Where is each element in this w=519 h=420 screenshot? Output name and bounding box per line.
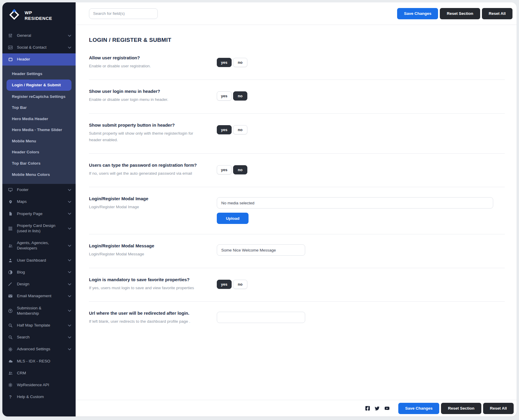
login-register-modal-image-input[interactable] xyxy=(217,197,493,209)
setting-control xyxy=(217,243,505,256)
sidebar-item-label: CRM xyxy=(17,370,71,376)
sidebar-item-half-map-template[interactable]: Half Map Template xyxy=(2,319,76,331)
sidebar-subitem-register-recaptcha-settings[interactable]: Register reCaptcha Settings xyxy=(2,91,76,102)
show-submit-property-button-in-header-yes-button[interactable]: yes xyxy=(217,125,232,134)
topbar-save-changes-button[interactable]: Save Changes xyxy=(397,8,438,19)
upload-button[interactable]: Upload xyxy=(217,213,249,224)
sidebar-subitem-header-colors[interactable]: Header Colors xyxy=(2,147,76,158)
show-user-login-menu-in-header-yes-button[interactable]: yes xyxy=(217,91,232,101)
sidebar-item-wpresidence-api[interactable]: WpResidence API xyxy=(2,379,76,391)
show-user-login-menu-in-header-toggle: yesno xyxy=(217,90,505,101)
half-map-icon xyxy=(8,323,13,328)
setting-description: Enable or disable user registration. xyxy=(89,63,208,69)
setting-row-login-register-modal-image: Login/Register Modal ImageLogin/Register… xyxy=(89,187,505,234)
sidebar-item-search[interactable]: Search xyxy=(2,331,76,343)
sidebar-item-general[interactable]: General xyxy=(2,30,76,42)
sidebar-item-mls-idx-reso[interactable]: MLS - IDX - RESO xyxy=(2,355,76,367)
sidebar-item-label: Social & Contact xyxy=(17,45,64,50)
users-can-type-the-password-on-registration-form-no-button[interactable]: no xyxy=(233,165,247,174)
topbar-buttons: Save ChangesReset SectionReset All xyxy=(397,8,512,19)
setting-row-show-user-login-menu-in-header: Show user login menu in header?Enable or… xyxy=(89,80,505,113)
setting-row-login-is-mandatory-to-save-favorite-properties: Login is mandatory to save favorite prop… xyxy=(89,268,505,302)
chevron-down-icon xyxy=(68,336,71,338)
sidebar-item-blog[interactable]: Blog xyxy=(2,266,76,278)
topbar-reset-section-button[interactable]: Reset Section xyxy=(440,8,480,19)
sidebar-item-label: Design xyxy=(17,281,64,287)
topbar-reset-all-button[interactable]: Reset All xyxy=(482,8,512,19)
sidebar-item-label: MLS - IDX - RESO xyxy=(17,359,71,364)
sidebar-item-advanced-settings[interactable]: Advanced Settings xyxy=(2,343,76,355)
footer-save-changes-button[interactable]: Save Changes xyxy=(398,403,439,414)
sidebar-item-label: Help & Custom xyxy=(17,394,71,400)
sidebar-item-social-contact[interactable]: Social & Contact xyxy=(2,42,76,53)
footer-reset-section-button[interactable]: Reset Section xyxy=(441,403,481,414)
login-register-modal-message-input[interactable] xyxy=(217,244,305,256)
brand: WP RESIDENCE xyxy=(2,2,76,30)
sidebar-item-label: Advanced Settings xyxy=(17,346,64,352)
sidebar-item-submission-membership[interactable]: Submission & Membership xyxy=(2,302,76,319)
sidebar-subitem-header-settings[interactable]: Header Settings xyxy=(2,68,76,79)
footer-buttons: Save ChangesReset SectionReset All xyxy=(398,403,514,414)
sidebar-item-property-card-design-used-in-lists[interactable]: Property Card Design (used in lists) xyxy=(2,220,76,237)
setting-text: Show user login menu in header?Enable or… xyxy=(89,89,217,103)
gear-icon xyxy=(8,347,13,352)
chevron-down-icon xyxy=(68,283,71,285)
sidebar-subitem-mobile-menu[interactable]: Mobile Menu xyxy=(2,136,76,147)
sidebar-item-label: Blog xyxy=(17,270,64,275)
url-where-the-user-will-be-redirected-after-login-input[interactable] xyxy=(217,312,305,323)
settings-panel: LOGIN / REGISTER & SUBMIT Allow user reg… xyxy=(76,25,517,400)
setting-label: Login/Register Modal Image xyxy=(89,196,217,201)
sidebar-item-label: Maps xyxy=(17,199,64,204)
sidebar-item-label: WpResidence API xyxy=(17,382,71,388)
chevron-down-icon xyxy=(68,245,71,247)
sidebar-item-crm[interactable]: CRM xyxy=(2,367,76,379)
setting-text: Login/Register Modal ImageLogin/Register… xyxy=(89,196,217,210)
footer-reset-all-button[interactable]: Reset All xyxy=(483,403,514,414)
allow-user-registration-yes-button[interactable]: yes xyxy=(217,58,232,67)
setting-text: Users can type the password on registrat… xyxy=(89,163,217,177)
sidebar-item-design[interactable]: Design xyxy=(2,278,76,290)
settings-rows: Allow user registration?Enable or disabl… xyxy=(89,46,505,335)
brand-line1: WP xyxy=(25,10,52,16)
setting-text: Login/Register Modal MessageLogin/Regist… xyxy=(89,243,217,257)
sidebar-item-agents-agencies-developers[interactable]: Agents, Agencies, Developers xyxy=(2,237,76,254)
sidebar-subitem-top-bar-colors[interactable]: Top Bar Colors xyxy=(2,158,76,169)
people-icon xyxy=(8,370,13,376)
search-input[interactable] xyxy=(89,8,158,19)
sidebar-item-header[interactable]: Header xyxy=(2,53,76,65)
sidebar-item-property-page[interactable]: Property Page xyxy=(2,208,76,220)
sidebar-subitem-mobile-menu-colors[interactable]: Mobile Menu Colors xyxy=(2,169,76,180)
youtube-icon[interactable] xyxy=(384,406,390,411)
sidebar-item-label: Footer xyxy=(17,187,64,192)
sidebar-item-label: Property Card Design (used in lists) xyxy=(17,223,64,234)
sidebar-item-label: Half Map Template xyxy=(17,323,64,328)
setting-row-allow-user-registration: Allow user registration?Enable or disabl… xyxy=(89,46,505,80)
setting-row-users-can-type-the-password-on-registration-form: Users can type the password on registrat… xyxy=(89,154,505,187)
sidebar-item-help-custom[interactable]: ?Help & Custom xyxy=(2,391,76,403)
sidebar-subitem-hero-media-header[interactable]: Hero Media Header xyxy=(2,113,76,125)
login-is-mandatory-to-save-favorite-properties-yes-button[interactable]: yes xyxy=(217,280,232,289)
wp-residence-logo-icon xyxy=(8,8,21,23)
sidebar-item-email-management[interactable]: Email Management xyxy=(2,290,76,302)
sidebar-item-maps[interactable]: Maps xyxy=(2,196,76,208)
show-submit-property-button-in-header-no-button[interactable]: no xyxy=(233,125,247,134)
sidebar-subitem-top-bar[interactable]: Top Bar xyxy=(2,102,76,113)
app-card: WP RESIDENCE GeneralSocial & ContactHead… xyxy=(2,2,517,416)
sidebar-item-footer[interactable]: Footer xyxy=(2,184,76,196)
brand-line2: RESIDENCE xyxy=(25,15,52,21)
login-is-mandatory-to-save-favorite-properties-no-button[interactable]: no xyxy=(233,280,247,289)
users-can-type-the-password-on-registration-form-yes-button[interactable]: yes xyxy=(217,165,232,174)
facebook-icon[interactable] xyxy=(365,406,370,411)
setting-text: Show submit property button in header?Su… xyxy=(89,122,217,144)
twitter-icon[interactable] xyxy=(374,406,380,411)
show-user-login-menu-in-header-no-button[interactable]: no xyxy=(233,91,247,101)
sidebar-subitem-hero-media-theme-slider[interactable]: Hero Media - Theme Slider xyxy=(2,124,76,136)
setting-description: Login/Register Modal Message xyxy=(89,251,208,257)
setting-label: Show submit property button in header? xyxy=(89,122,217,128)
sidebar-item-label: Property Page xyxy=(17,211,64,217)
sidebar-item-user-dashboard[interactable]: User Dashboard xyxy=(2,254,76,266)
search-icon xyxy=(8,335,13,340)
allow-user-registration-toggle: yesno xyxy=(217,56,505,67)
allow-user-registration-no-button[interactable]: no xyxy=(233,58,247,67)
sidebar-subitem-login-register-submit[interactable]: Login / Register & Submit xyxy=(7,79,71,91)
